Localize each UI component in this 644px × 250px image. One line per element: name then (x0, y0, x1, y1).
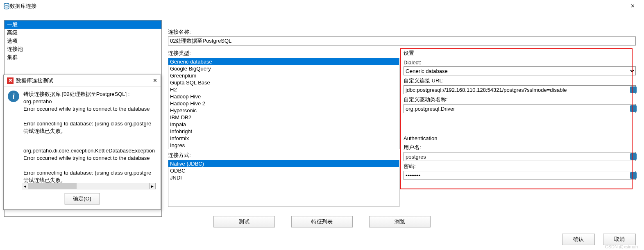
conn-type-option[interactable]: Gupta SQL Base (168, 79, 399, 86)
error-line: 错误连接数据库 [02处理数据至PostgreSQL] : org.pentah… (23, 91, 156, 105)
conn-type-option[interactable]: Generic database (168, 58, 399, 65)
error-line: Error occurred while trying to connect t… (23, 105, 156, 113)
main-title-bar: 数据库连接 ✕ (0, 0, 644, 12)
conn-type-option[interactable]: Hadoop Hive (168, 93, 399, 100)
sidebar-item-general[interactable]: 一般 (5, 20, 161, 29)
conn-type-option[interactable]: Impala (168, 121, 399, 128)
conn-type-option[interactable]: Informix (168, 135, 399, 142)
conn-type-label: 连接类型: (168, 50, 399, 57)
scroll-track[interactable] (28, 183, 149, 189)
error-line: Error connecting to database: (using cla… (23, 120, 156, 127)
conn-method-list[interactable]: Native (JDBC) ODBC JNDI (168, 160, 399, 207)
cancel-button[interactable]: 取消 (603, 234, 636, 245)
dialect-select[interactable]: Generic database (404, 66, 636, 75)
info-icon: i (8, 91, 19, 102)
user-label: 用户名: (404, 144, 636, 151)
settings-group-label: 设置 (404, 50, 636, 57)
close-icon[interactable]: ✕ (153, 77, 157, 84)
error-message: 错误连接数据库 [02处理数据至PostgreSQL] : org.pentah… (23, 91, 156, 189)
conn-type-option[interactable]: Hypersonic (168, 107, 399, 114)
scroll-right-icon[interactable]: ► (149, 183, 156, 189)
error-line: org.pentaho.di.core.exception.KettleData… (23, 147, 156, 155)
bottom-buttons: 测试 特征列表 浏览 (0, 216, 644, 227)
scroll-thumb[interactable] (28, 183, 77, 189)
conn-method-option[interactable]: JNDI (168, 174, 399, 181)
conn-type-option[interactable]: IBM DB2 (168, 114, 399, 121)
content-panel: 连接名称: 连接类型: Generic database Google BigQ… (162, 12, 640, 207)
driver-input[interactable] (404, 104, 636, 113)
error-line: Error occurred while trying to connect t… (23, 155, 156, 162)
auth-label: Authentication (404, 135, 636, 141)
error-line: Error connecting to database: (using cla… (23, 169, 156, 177)
ok-button[interactable]: 确认 (562, 234, 595, 245)
conn-method-option[interactable]: ODBC (168, 167, 399, 174)
watermark: CSDN @xsimah (605, 244, 638, 249)
driver-label: 自定义驱动类名称: (404, 96, 636, 103)
database-icon (3, 3, 10, 9)
url-label: 自定义连接 URL: (404, 77, 636, 84)
conn-method-label: 连接方式: (168, 152, 399, 159)
sidebar-item-options[interactable]: 选项 (5, 37, 161, 45)
error-dialog-title-bar: ✖ 数据库连接测试 ✕ (4, 75, 161, 86)
horizontal-scrollbar[interactable]: ◄ ► (22, 182, 156, 190)
pass-input[interactable] (404, 171, 636, 180)
sidebar-item-pool[interactable]: 连接池 (5, 45, 161, 53)
var-icon[interactable] (630, 153, 637, 160)
error-ok-button[interactable]: 确定(O) (64, 193, 100, 205)
var-icon[interactable] (630, 105, 637, 112)
main-window-title: 数据库连接 (10, 2, 36, 10)
var-icon[interactable] (630, 172, 637, 179)
error-line: 尝试连线已失败。 (23, 127, 156, 135)
conn-name-input[interactable] (168, 36, 636, 45)
conn-type-option[interactable]: H2 (168, 86, 399, 93)
scroll-left-icon[interactable]: ◄ (22, 183, 28, 189)
test-button[interactable]: 测试 (213, 216, 275, 227)
dialect-label: Dialect: (404, 59, 636, 66)
conn-name-label: 连接名称: (168, 28, 636, 36)
sidebar-item-advanced[interactable]: 高级 (5, 29, 161, 37)
conn-method-option[interactable]: Native (JDBC) (168, 160, 399, 167)
svg-point-0 (4, 3, 9, 5)
footer-buttons: 确认 取消 (562, 234, 636, 245)
feature-button[interactable]: 特征列表 (291, 216, 353, 227)
sidebar-item-cluster[interactable]: 集群 (5, 53, 161, 61)
url-input[interactable] (404, 85, 636, 94)
conn-type-option[interactable]: Google BigQuery (168, 65, 399, 72)
conn-type-list[interactable]: Generic database Google BigQuery Greenpl… (168, 58, 399, 149)
close-icon[interactable]: ✕ (624, 3, 641, 9)
user-input[interactable] (404, 152, 636, 161)
conn-type-option[interactable]: Ingres (168, 142, 399, 149)
var-icon[interactable] (630, 86, 637, 93)
error-dialog-title: 数据库连接测试 (16, 77, 53, 84)
error-dialog: ✖ 数据库连接测试 ✕ i 错误连接数据库 [02处理数据至PostgreSQL… (3, 75, 161, 210)
conn-type-option[interactable]: Hadoop Hive 2 (168, 100, 399, 107)
conn-type-option[interactable]: Greenplum (168, 72, 399, 79)
pass-label: 密码: (404, 163, 636, 170)
tool-icon: ✖ (7, 77, 14, 84)
conn-type-option[interactable]: Infobright (168, 128, 399, 135)
browse-button[interactable]: 浏览 (369, 216, 431, 227)
